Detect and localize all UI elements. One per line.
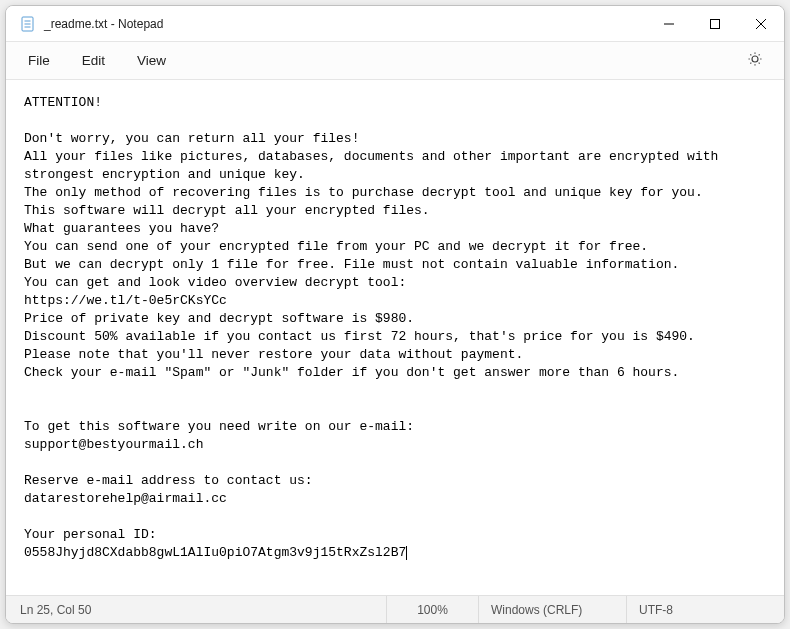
status-eol: Windows (CRLF) bbox=[478, 596, 626, 623]
minimize-button[interactable] bbox=[646, 6, 692, 42]
status-zoom[interactable]: 100% bbox=[386, 596, 478, 623]
maximize-button[interactable] bbox=[692, 6, 738, 42]
statusbar: Ln 25, Col 50 100% Windows (CRLF) UTF-8 bbox=[6, 595, 784, 623]
menubar: File Edit View bbox=[6, 42, 784, 80]
close-button[interactable] bbox=[738, 6, 784, 42]
status-encoding: UTF-8 bbox=[626, 596, 784, 623]
svg-rect-5 bbox=[711, 20, 720, 29]
gear-icon bbox=[747, 51, 763, 71]
menu-view[interactable]: View bbox=[121, 47, 182, 74]
notepad-icon bbox=[20, 16, 36, 32]
status-position: Ln 25, Col 50 bbox=[6, 596, 386, 623]
editor-content[interactable]: ATTENTION! Don't worry, you can return a… bbox=[6, 80, 784, 595]
menu-edit[interactable]: Edit bbox=[66, 47, 121, 74]
settings-button[interactable] bbox=[738, 46, 772, 76]
titlebar[interactable]: _readme.txt - Notepad bbox=[6, 6, 784, 42]
window-controls bbox=[646, 6, 784, 41]
menu-file[interactable]: File bbox=[12, 47, 66, 74]
window-title: _readme.txt - Notepad bbox=[44, 17, 163, 31]
text-caret bbox=[406, 546, 407, 560]
notepad-window: _readme.txt - Notepad File Edit View bbox=[5, 5, 785, 624]
